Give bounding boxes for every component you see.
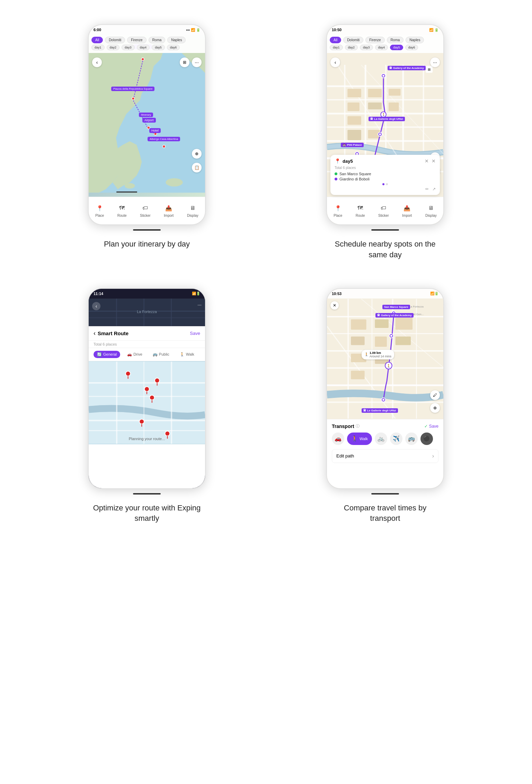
toolbar-route-2[interactable]: 🗺 Route xyxy=(356,204,365,217)
svg-text:La Fortezza: La Fortezza xyxy=(137,310,157,314)
toolbar-import-2[interactable]: 📥 Import xyxy=(402,204,412,217)
transport-panel: Transport ⓘ ✓ Save 🚗 🚶 Walk 🚲 ✈️ xyxy=(327,419,443,488)
filter-all-2[interactable]: All xyxy=(330,37,341,43)
svg-point-97 xyxy=(382,399,384,401)
toolbar-display[interactable]: 🖥 Display xyxy=(187,204,198,217)
spot-1: San Marco Square xyxy=(335,172,436,176)
svg-rect-76 xyxy=(327,401,443,403)
menu-button-1[interactable]: ··· xyxy=(192,57,202,67)
toolbar-import[interactable]: 📥 Import xyxy=(164,204,174,217)
svg-point-66 xyxy=(139,419,144,424)
filter-row-1-days: day1 day2 day3 day4 day5 day6 xyxy=(91,45,202,50)
feature-cell-optimize: 11:14 📶🔋 La Fortezza ‹ ··· xyxy=(28,278,266,542)
edit-path-row[interactable]: Edit path › xyxy=(332,449,438,463)
filter-firenze-1[interactable]: Firenze xyxy=(127,37,146,43)
svg-rect-84 xyxy=(375,319,389,328)
edit-icon[interactable]: ✏ xyxy=(425,187,429,191)
filter-naples-1[interactable]: Naples xyxy=(167,37,186,43)
divider-3 xyxy=(133,493,161,495)
caption-nearby: Schedule nearby spots on the same day xyxy=(330,239,441,260)
toolbar-place[interactable]: 📍 Place xyxy=(95,204,104,217)
public-icon: 🚌 xyxy=(153,352,158,357)
tab-drive[interactable]: 🚗 Drive xyxy=(124,351,146,358)
sticker-icon-2: 🏷 xyxy=(379,204,388,212)
svg-point-64 xyxy=(150,395,154,400)
filter-day2-2[interactable]: day2 xyxy=(345,45,358,50)
toolbar-sticker-2[interactable]: 🏷 Sticker xyxy=(378,204,389,217)
menu-button-2[interactable]: ··· xyxy=(430,57,440,67)
close-x-btn-4[interactable]: ✕ xyxy=(330,301,339,310)
day-panel-header: 📍 day5 ✕ ✕ xyxy=(335,158,436,164)
compass-btn-1[interactable]: ⊕ xyxy=(192,149,202,159)
filter-roma-2[interactable]: Roma xyxy=(387,37,404,43)
divider-4 xyxy=(371,493,399,495)
book-icon-1[interactable]: 📋 xyxy=(192,163,202,172)
statusbar-1: 6:00 ▪▪▪ 📶 🔋 xyxy=(89,25,205,35)
map-icon-btn-4[interactable]: 🖊 xyxy=(430,390,440,400)
smart-route-save[interactable]: Save xyxy=(190,331,200,336)
filter-day4-2[interactable]: day4 xyxy=(375,45,388,50)
route-map-preview: Planning your route... xyxy=(89,361,205,444)
svg-rect-32 xyxy=(347,116,361,125)
transport-options: 🚗 🚶 Walk 🚲 ✈️ 🚌 ⚫ xyxy=(332,433,438,445)
filter-dolomiti-2[interactable]: Dolomiti xyxy=(343,37,363,43)
svg-rect-72 xyxy=(327,333,443,334)
transport-walk[interactable]: 🚶 Walk xyxy=(347,433,372,445)
filter-day4-1[interactable]: day4 xyxy=(137,45,150,50)
svg-rect-27 xyxy=(368,89,382,97)
svg-rect-74 xyxy=(327,367,443,368)
day-panel-close-btn[interactable]: ✕ xyxy=(432,158,436,164)
back-button-1[interactable]: ‹ xyxy=(92,57,102,67)
filter-day6-2[interactable]: day6 xyxy=(405,45,418,50)
share-icon[interactable]: ↗ xyxy=(432,187,436,191)
filter-day5-1[interactable]: day5 xyxy=(152,45,165,50)
transport-other[interactable]: ⚫ xyxy=(420,433,433,445)
smart-route-title: Smart Route xyxy=(98,330,128,336)
svg-point-58 xyxy=(126,371,131,376)
filter-day5-2[interactable]: day5 xyxy=(390,45,403,50)
compass-btn-4[interactable]: ⊕ xyxy=(430,403,440,413)
tab-walk[interactable]: 🚶 Walk xyxy=(176,351,198,358)
back-btn-3[interactable]: ‹ xyxy=(92,302,100,310)
filter-day6-1[interactable]: day6 xyxy=(167,45,180,50)
wifi-icon: 📶 xyxy=(191,28,195,32)
battery-icon: 🔋 xyxy=(196,28,200,32)
filter-day3-1[interactable]: day3 xyxy=(122,45,135,50)
toolbar-sticker[interactable]: 🏷 Sticker xyxy=(140,204,151,217)
transport-save-btn[interactable]: ✓ Save xyxy=(424,424,438,429)
page-dot-active xyxy=(382,183,384,185)
transport-bus[interactable]: 🚌 xyxy=(405,433,418,445)
statusbar-4: 10:53 📶🔋 xyxy=(327,289,443,299)
transport-info-icon: ⓘ xyxy=(356,424,360,429)
filter-day3-2[interactable]: day3 xyxy=(360,45,373,50)
svg-rect-46 xyxy=(116,299,117,326)
filter-all-1[interactable]: All xyxy=(91,37,103,43)
filter-day1-2[interactable]: day1 xyxy=(330,45,343,50)
filter-day2-1[interactable]: day2 xyxy=(107,45,120,50)
tab-public[interactable]: 🚌 Public xyxy=(149,351,173,358)
transport-car[interactable]: 🚗 xyxy=(332,433,344,445)
filter-roma-1[interactable]: Roma xyxy=(149,37,166,43)
filter-firenze-2[interactable]: Firenze xyxy=(365,37,384,43)
svg-rect-75 xyxy=(327,384,443,386)
svg-text:La Fortezza: La Fortezza xyxy=(409,305,424,308)
toolbar-route[interactable]: 🗺 Route xyxy=(117,204,127,217)
tab-general[interactable]: 🔄 General xyxy=(94,351,120,358)
dark-map-top: La Fortezza ‹ ··· xyxy=(89,299,205,326)
toolbar-place-2[interactable]: 📍 Place xyxy=(334,204,342,217)
filter-naples-2[interactable]: Naples xyxy=(406,37,424,43)
transport-tabs-3: 🔄 General 🚗 Drive 🚌 Public 🚶 Walk xyxy=(89,348,205,361)
divider-2 xyxy=(371,229,399,231)
filter-day1-1[interactable]: day1 xyxy=(91,45,105,50)
filter-dolomiti-1[interactable]: Dolomiti xyxy=(105,37,125,43)
svg-point-5 xyxy=(166,178,183,187)
day-panel-close-x[interactable]: ✕ xyxy=(425,158,429,164)
back-button-2[interactable]: ‹ xyxy=(330,57,340,67)
back-arrow-3[interactable]: ‹ xyxy=(94,330,96,337)
menu-btn-3[interactable]: ··· xyxy=(197,302,202,308)
toolbar-display-2[interactable]: 🖥 Display xyxy=(425,204,437,217)
transport-plane[interactable]: ✈️ xyxy=(390,433,402,445)
transport-bike[interactable]: 🚲 xyxy=(375,433,387,445)
grid-icon-1[interactable]: ⊞ xyxy=(180,57,189,67)
dist-badge: 🚶 1.09 km Around 14 mins xyxy=(362,350,394,359)
